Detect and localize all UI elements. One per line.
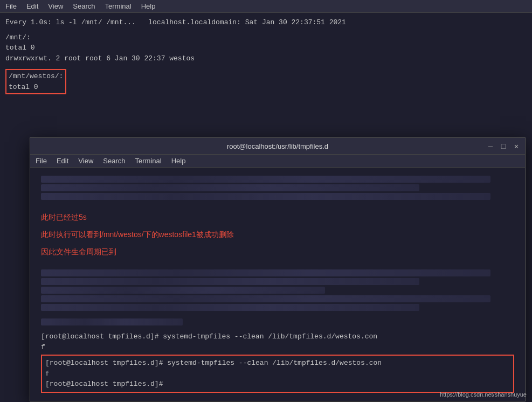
annotation-line-2: 此时执行可以看到/mnt/westos/下的westosfile1被成功删除 [41, 228, 514, 241]
cmd-line-4: f [45, 369, 510, 379]
fg-menu-view[interactable]: View [78, 157, 93, 165]
minimize-button[interactable]: — [486, 142, 495, 150]
bg-menu-help[interactable]: Help [141, 2, 156, 10]
fg-menu-search[interactable]: Search [103, 157, 125, 165]
highlight-border: [root@localhost tmpfiles.d]# systemd-tmp… [41, 355, 514, 393]
bg-menu-file[interactable]: File [5, 2, 17, 10]
annotation-block: 此时已经过5s 此时执行可以看到/mnt/westos/下的westosfile… [36, 204, 520, 266]
cmd-block-1: [root@localhost tmpfiles.d]# systemd-tmp… [36, 329, 520, 352]
close-button[interactable]: ✕ [512, 142, 521, 151]
foreground-terminal: root@localhost:/usr/lib/tmpfiles.d — □ ✕… [30, 137, 526, 401]
fg-menubar[interactable]: File Edit View Search Terminal Help [30, 154, 525, 168]
blurred-top-rows [36, 172, 520, 204]
bg-mnt-header: /mnt/: [5, 32, 527, 43]
window-controls[interactable]: — □ ✕ [486, 142, 521, 151]
blurred-bottom-rows [36, 315, 520, 329]
bg-menubar[interactable]: File Edit View Search Terminal Help [0, 0, 532, 13]
bg-mnt-dir: drwxrwxrwt. 2 root root 6 Jan 30 22:37 w… [5, 53, 527, 64]
fg-menu-terminal[interactable]: Terminal [135, 157, 162, 165]
annotation-line-1: 此时已经过5s [41, 211, 514, 224]
bg-menu-terminal[interactable]: Terminal [105, 2, 132, 10]
bg-westos-total: total 0 [9, 82, 63, 93]
fg-terminal-body: 此时已经过5s 此时执行可以看到/mnt/westos/下的westosfile… [30, 168, 525, 401]
watermark: https://blog.csdn.net/shanshuyue [440, 391, 527, 398]
annotation-line-3: 因此文件生命周期已到 [41, 246, 514, 259]
fg-title: root@localhost:/usr/lib/tmpfiles.d [227, 142, 328, 150]
bg-menu-search[interactable]: Search [73, 2, 95, 10]
blurred-row-2 [41, 184, 419, 191]
fg-titlebar: root@localhost:/usr/lib/tmpfiles.d — □ ✕ [30, 138, 525, 154]
blurred-row-1 [41, 176, 490, 183]
blurred-row-9 [41, 318, 183, 325]
cmd-line-2: f [41, 342, 514, 353]
cmd-prompt: [root@localhost tmpfiles.d]# [45, 379, 510, 390]
bg-watch-line: Every 1.0s: ls -l /mnt/ /mnt... localhos… [5, 17, 527, 28]
bg-menu-edit[interactable]: Edit [26, 2, 38, 10]
blurred-row-6 [41, 287, 325, 294]
bg-menu-view[interactable]: View [48, 2, 63, 10]
bg-mnt-total: total 0 [5, 43, 527, 53]
maximize-button[interactable]: □ [499, 142, 508, 150]
highlighted-cmd-block: [root@localhost tmpfiles.d]# systemd-tmp… [36, 352, 520, 393]
blurred-row-4 [41, 269, 490, 276]
bg-westos-header: /mnt/westos/: [9, 71, 63, 82]
blurred-row-8 [41, 304, 419, 311]
fg-menu-file[interactable]: File [36, 157, 47, 165]
fg-menu-help[interactable]: Help [171, 157, 186, 165]
blurred-row-7 [41, 295, 490, 302]
blurred-row-3 [41, 193, 490, 200]
fg-menu-edit[interactable]: Edit [57, 157, 68, 165]
blurred-mid-rows [36, 266, 520, 315]
bg-westos-box: /mnt/westos/: total 0 [5, 69, 66, 94]
cmd-line-3: [root@localhost tmpfiles.d]# systemd-tmp… [45, 358, 510, 369]
blurred-row-5 [41, 278, 419, 285]
cmd-line-1: [root@localhost tmpfiles.d]# systemd-tmp… [41, 331, 514, 342]
bg-terminal-content: Every 1.0s: ls -l /mnt/ /mnt... localhos… [0, 13, 532, 99]
